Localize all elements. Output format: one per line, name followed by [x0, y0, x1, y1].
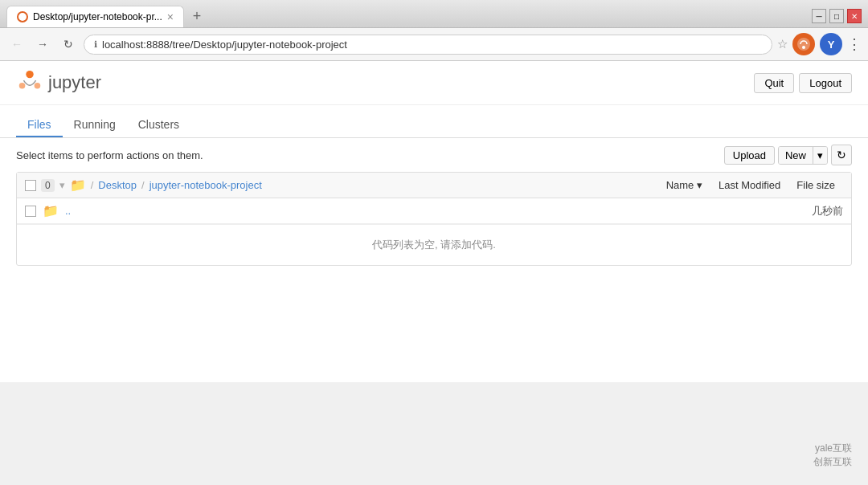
select-all-checkbox[interactable] [25, 180, 36, 191]
reload-button[interactable]: ↻ [58, 34, 79, 55]
file-size-column-header[interactable]: File size [788, 177, 843, 193]
tab-title: Desktop/jupyter-notebook-pr... [33, 11, 162, 22]
logout-button[interactable]: Logout [799, 73, 852, 93]
toolbar-right: Upload New ▾ ↻ [724, 145, 852, 165]
svg-point-1 [802, 46, 805, 49]
file-folder-icon: 📁 [43, 203, 59, 218]
svg-point-2 [26, 71, 33, 78]
url-box[interactable]: ℹ localhost:8888/tree/Desktop/jupyter-no… [84, 35, 772, 55]
jupyter-toolbar: Select items to perform actions on them.… [0, 138, 868, 172]
new-button-group: New ▾ [778, 146, 828, 165]
breadcrumb-project: jupyter-notebook-project [149, 179, 262, 191]
name-column-header[interactable]: Name ▾ [658, 177, 710, 193]
minimize-button[interactable]: ─ [812, 9, 826, 23]
tab-clusters[interactable]: Clusters [127, 113, 190, 137]
header-buttons: Quit Logout [754, 73, 852, 93]
upload-button[interactable]: Upload [724, 146, 775, 165]
file-row-parent: 📁 .. 几秒前 [17, 198, 851, 224]
name-sort-icon: ▾ [697, 179, 702, 191]
tab-files[interactable]: Files [16, 113, 63, 137]
last-modified-column-header[interactable]: Last Modified [710, 177, 788, 193]
jupyter-tabs: Files Running Clusters [0, 105, 868, 138]
tab-favicon [17, 11, 28, 22]
jupyter-logo-svg [16, 69, 43, 96]
address-bar: ← → ↻ ℹ localhost:8888/tree/Desktop/jupy… [0, 28, 868, 61]
url-text: localhost:8888/tree/Desktop/jupyter-note… [102, 39, 762, 51]
folder-icon: 📁 [70, 177, 86, 193]
back-button[interactable]: ← [6, 34, 27, 55]
select-info-text: Select items to perform actions on them. [16, 149, 203, 161]
new-tab-button[interactable]: + [186, 5, 208, 27]
column-headers: Name ▾ Last Modified File size [658, 177, 843, 193]
svg-point-3 [35, 83, 41, 89]
file-modified-time: 几秒前 [812, 204, 843, 218]
browser-titlebar: Desktop/jupyter-notebook-pr... × + ─ □ ✕ [0, 0, 868, 28]
lock-icon: ℹ [94, 39, 97, 50]
jupyter-logo-text: jupyter [48, 72, 101, 93]
new-dropdown-button[interactable]: ▾ [813, 147, 827, 164]
quit-button[interactable]: Quit [754, 73, 794, 93]
jupyter-header: jupyter Quit Logout [0, 61, 868, 105]
profile-letter: Y [828, 39, 835, 51]
browser-menu-button[interactable]: ⋮ [847, 35, 862, 53]
forward-button[interactable]: → [32, 34, 53, 55]
profile-icon[interactable]: Y [820, 33, 842, 55]
svg-point-4 [19, 83, 26, 89]
browser-tab-active[interactable]: Desktop/jupyter-notebook-pr... × [6, 6, 184, 27]
tab-running[interactable]: Running [63, 113, 127, 137]
new-button[interactable]: New [779, 147, 813, 164]
file-list-header: 0 ▾ 📁 / Desktop / jupyter-notebook-proje… [17, 173, 851, 198]
breadcrumb-dropdown-icon[interactable]: ▾ [59, 179, 65, 191]
jupyter-logo: jupyter [16, 69, 101, 96]
breadcrumb-sep1: / [91, 179, 94, 191]
bookmark-icon[interactable]: ☆ [777, 37, 788, 51]
breadcrumb-sep2: / [141, 179, 145, 191]
file-checkbox[interactable] [25, 206, 36, 217]
selected-count: 0 [41, 179, 55, 192]
close-button[interactable]: ✕ [847, 9, 862, 23]
maximize-button[interactable]: □ [829, 9, 844, 23]
file-name-link[interactable]: .. [65, 205, 805, 217]
tab-bar: Desktop/jupyter-notebook-pr... × + [6, 5, 208, 27]
extension-icon[interactable] [792, 33, 815, 55]
jupyter-page: jupyter Quit Logout Files Running Cluste… [0, 61, 868, 382]
window-controls: ─ □ ✕ [812, 9, 862, 23]
file-list: 0 ▾ 📁 / Desktop / jupyter-notebook-proje… [16, 172, 852, 266]
empty-notice: 代码列表为空, 请添加代码. [17, 224, 851, 265]
tab-close-button[interactable]: × [167, 10, 174, 23]
refresh-button[interactable]: ↻ [831, 145, 852, 165]
breadcrumb-desktop[interactable]: Desktop [98, 179, 137, 191]
